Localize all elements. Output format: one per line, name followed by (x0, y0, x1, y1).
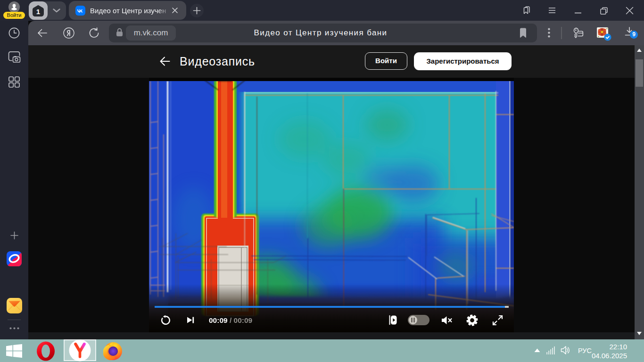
svg-text:1: 1 (36, 8, 40, 16)
